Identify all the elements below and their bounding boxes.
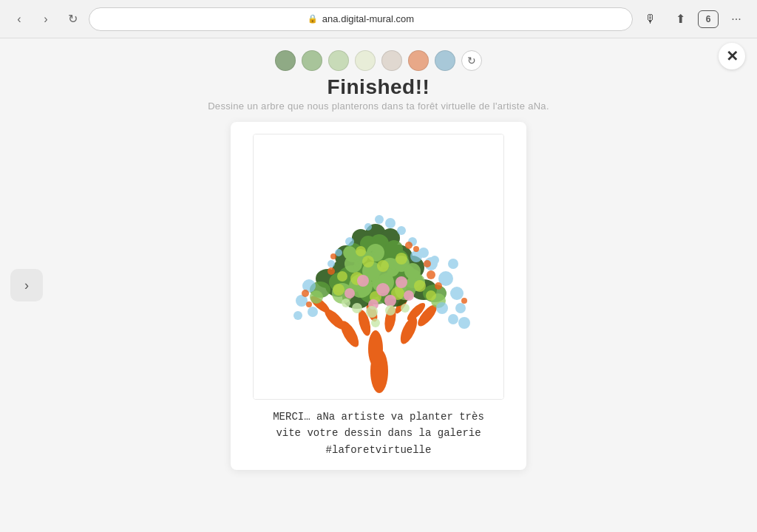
svg-point-102	[327, 260, 335, 267]
card-message: MERCI… aNa artiste va planter très vite …	[273, 409, 484, 458]
svg-point-67	[362, 256, 374, 267]
svg-point-93	[385, 218, 396, 228]
address-bar[interactable]: 🔒 ana.digital-mural.com	[89, 7, 633, 31]
result-card: MERCI… aNa artiste va planter très vite …	[231, 122, 526, 470]
svg-point-84	[455, 303, 466, 313]
svg-point-73	[376, 283, 390, 296]
svg-point-109	[327, 267, 335, 275]
svg-point-112	[413, 246, 419, 252]
svg-point-72	[426, 290, 436, 301]
svg-point-77	[344, 288, 355, 299]
svg-point-68	[377, 260, 389, 272]
svg-point-107	[302, 290, 309, 297]
tree-illustration	[253, 134, 504, 400]
url-text: ana.digital-mural.com	[322, 13, 414, 24]
svg-point-89	[308, 307, 318, 317]
svg-point-2	[368, 330, 383, 367]
svg-point-69	[356, 246, 366, 256]
svg-point-71	[337, 271, 347, 282]
svg-point-81	[450, 287, 464, 300]
svg-point-66	[414, 280, 426, 292]
svg-point-79	[404, 290, 414, 301]
svg-point-60	[343, 246, 356, 259]
page-title: Finished!!	[327, 75, 430, 99]
svg-point-115	[352, 303, 362, 313]
color-dot-7[interactable]	[435, 50, 455, 71]
share-button[interactable]: ⬆	[668, 7, 692, 31]
content-area: › ↻ Finished!! Dessine un arbre que nous…	[0, 38, 757, 532]
lock-icon: 🔒	[308, 14, 318, 24]
more-button[interactable]: ···	[724, 7, 748, 31]
svg-point-110	[330, 253, 336, 259]
browser-chrome: ‹ › ↻ 🔒 ana.digital-mural.com 🎙 ⬆ 6 ···	[0, 0, 757, 38]
svg-point-95	[375, 215, 384, 224]
svg-point-111	[405, 242, 413, 249]
svg-point-75	[396, 276, 407, 288]
color-dot-4[interactable]	[355, 50, 376, 71]
svg-point-114	[385, 305, 396, 316]
back-button[interactable]: ‹	[9, 9, 30, 30]
page-subtitle: Dessine un arbre que nous planterons dan…	[208, 100, 549, 112]
svg-point-98	[345, 237, 354, 246]
svg-point-106	[461, 298, 467, 304]
svg-point-56	[310, 290, 323, 304]
svg-point-74	[357, 275, 369, 287]
color-dot-6[interactable]	[408, 50, 429, 71]
close-button[interactable]: ✕	[719, 43, 745, 69]
color-dot-5[interactable]	[381, 50, 402, 71]
svg-point-117	[342, 299, 350, 307]
svg-point-96	[364, 223, 372, 231]
svg-point-92	[293, 311, 302, 320]
reload-button[interactable]: ↻	[62, 9, 83, 30]
svg-point-116	[401, 304, 410, 313]
tabs-button[interactable]: 6	[698, 10, 719, 28]
mic-button[interactable]: 🎙	[639, 7, 662, 31]
svg-point-86	[448, 259, 458, 269]
svg-point-103	[427, 270, 435, 279]
color-palette: ↻	[275, 50, 482, 71]
svg-point-101	[430, 256, 439, 265]
svg-point-78	[384, 295, 396, 307]
svg-point-113	[366, 306, 378, 318]
svg-point-118	[371, 318, 380, 327]
svg-point-70	[396, 253, 407, 265]
color-dot-2[interactable]	[302, 50, 322, 71]
svg-point-100	[418, 248, 429, 258]
color-dot-3[interactable]	[328, 50, 349, 71]
svg-point-91	[458, 317, 470, 329]
forward-button[interactable]: ›	[35, 9, 56, 30]
undo-button[interactable]: ↻	[461, 50, 482, 71]
svg-point-90	[448, 314, 458, 324]
svg-point-61	[404, 263, 421, 279]
svg-point-105	[435, 282, 442, 290]
svg-point-94	[397, 226, 406, 235]
svg-point-64	[333, 284, 344, 296]
color-dot-1[interactable]	[275, 50, 296, 71]
svg-point-83	[436, 302, 448, 314]
svg-point-108	[306, 301, 312, 307]
svg-point-104	[424, 260, 431, 267]
next-nav-button[interactable]: ›	[10, 269, 43, 301]
